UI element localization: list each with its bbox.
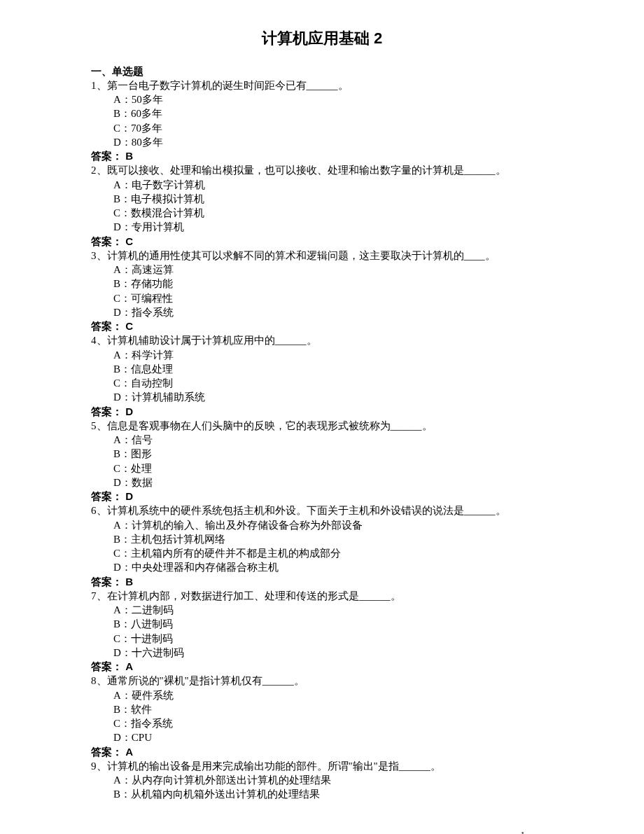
question-block: 7、在计算机内部，对数据进行加工、处理和传送的形式是______。 A：二进制码… [91,589,602,660]
question-stem: 信息是客观事物在人们头脑中的反映，它的表现形式被统称为______。 [107,420,433,431]
option-c: C：70多年 [113,121,602,135]
option-a: A：50多年 [113,92,602,106]
option-d: D：CPU [113,730,602,744]
page-number: 1 [521,828,526,834]
answer-value: C [122,235,133,247]
answer-label: 答案： [91,490,122,502]
question-stem: 计算机的输出设备是用来完成输出功能的部件。所谓"输出"是指______。 [107,760,441,772]
option-b: B：主机包括计算机网络 [113,532,602,546]
question-number: 9、 [91,760,107,772]
option-d: D：80多年 [113,135,602,149]
answer-label: 答案： [91,576,122,588]
answer-line: 答案： B [91,575,602,589]
question-number: 2、 [91,165,107,176]
question-block: 9、计算机的输出设备是用来完成输出功能的部件。所谓"输出"是指______。 A… [91,759,602,802]
question-block: 1、第一台电子数字计算机的诞生时间距今已有______。 A：50多年 B：60… [91,78,602,149]
question-stem: 在计算机内部，对数据进行加工、处理和传送的形式是______。 [107,590,401,602]
question-number: 8、 [91,675,107,686]
question-number: 7、 [91,590,107,602]
option-a: A：科学计算 [113,348,602,362]
question-stem: 计算机系统中的硬件系统包括主机和外设。下面关于主机和外设错误的说法是______… [107,505,506,516]
option-c: C：主机箱内所有的硬件并不都是主机的构成部分 [113,546,602,560]
question-stem: 计算机辅助设计属于计算机应用中的______。 [107,335,317,346]
option-b: B：从机箱内向机箱外送出计算机的处理结果 [113,787,602,801]
option-b: B：图形 [113,447,602,461]
option-b: B：八进制码 [113,617,602,631]
option-a: A：从内存向计算机外部送出计算机的处理结果 [113,773,602,787]
answer-value: D [122,405,133,417]
question-block: 2、既可以接收、处理和输出模拟量，也可以接收、处理和输出数字量的计算机是____… [91,163,602,234]
option-d: D：中央处理器和内存储器合称主机 [113,560,602,574]
option-a: A：硬件系统 [113,688,602,702]
answer-label: 答案： [91,150,122,162]
option-a: A：计算机的输入、输出及外存储设备合称为外部设备 [113,518,602,532]
answer-label: 答案： [91,235,122,247]
answer-label: 答案： [91,405,122,417]
question-number: 1、 [91,80,107,91]
option-c: C：可编程性 [113,291,602,305]
option-d: D：计算机辅助系统 [113,390,602,404]
question-number: 3、 [91,250,107,261]
option-c: C：自动控制 [113,376,602,390]
answer-value: C [122,320,133,332]
answer-value: D [122,490,133,502]
answer-label: 答案： [91,746,122,758]
answer-value: A [122,660,133,672]
option-b: B：60多年 [113,106,602,120]
question-stem: 既可以接收、处理和输出模拟量，也可以接收、处理和输出数字量的计算机是______… [107,165,506,176]
answer-line: 答案： C [91,319,602,333]
question-block: 6、计算机系统中的硬件系统包括主机和外设。下面关于主机和外设错误的说法是____… [91,503,602,574]
answer-value: A [122,746,133,758]
option-d: D：数据 [113,475,602,489]
option-c: C：数模混合计算机 [113,206,602,220]
page-title: 计算机应用基础 2 [42,28,602,49]
option-c: C：指令系统 [113,716,602,730]
answer-value: B [122,150,133,162]
answer-label: 答案： [91,660,122,672]
answer-line: 答案： D [91,405,602,419]
question-stem: 计算机的通用性使其可以求解不同的算术和逻辑问题，这主要取决于计算机的____。 [107,250,496,261]
option-c: C：十进制码 [113,632,602,646]
option-a: A：电子数字计算机 [113,178,602,192]
option-a: A：信号 [113,433,602,447]
option-b: B：存储功能 [113,277,602,291]
question-block: 5、信息是客观事物在人们头脑中的反映，它的表现形式被统称为______。 A：信… [91,419,602,489]
option-a: A：二进制码 [113,603,602,617]
option-d: D：十六进制码 [113,646,602,660]
option-d: D：指令系统 [113,305,602,319]
question-stem: 通常所说的"裸机"是指计算机仅有______。 [107,675,304,686]
question-number: 5、 [91,420,107,431]
question-block: 3、计算机的通用性使其可以求解不同的算术和逻辑问题，这主要取决于计算机的____… [91,249,602,319]
answer-line: 答案： A [91,745,602,759]
option-b: B：信息处理 [113,362,602,376]
answer-line: 答案： A [91,660,602,674]
option-b: B：软件 [113,702,602,716]
option-c: C：处理 [113,461,602,475]
question-block: 8、通常所说的"裸机"是指计算机仅有______。 A：硬件系统 B：软件 C：… [91,674,602,744]
answer-label: 答案： [91,320,122,332]
question-number: 4、 [91,335,107,346]
answer-line: 答案： C [91,235,602,249]
option-d: D：专用计算机 [113,220,602,234]
question-stem: 第一台电子数字计算机的诞生时间距今已有______。 [107,80,349,91]
option-a: A：高速运算 [113,263,602,277]
section-heading: 一、单选题 [91,64,602,78]
question-block: 4、计算机辅助设计属于计算机应用中的______。 A：科学计算 B：信息处理 … [91,333,602,404]
option-b: B：电子模拟计算机 [113,192,602,206]
answer-line: 答案： B [91,149,602,163]
answer-line: 答案： D [91,489,602,503]
question-number: 6、 [91,505,107,516]
answer-value: B [122,576,133,588]
